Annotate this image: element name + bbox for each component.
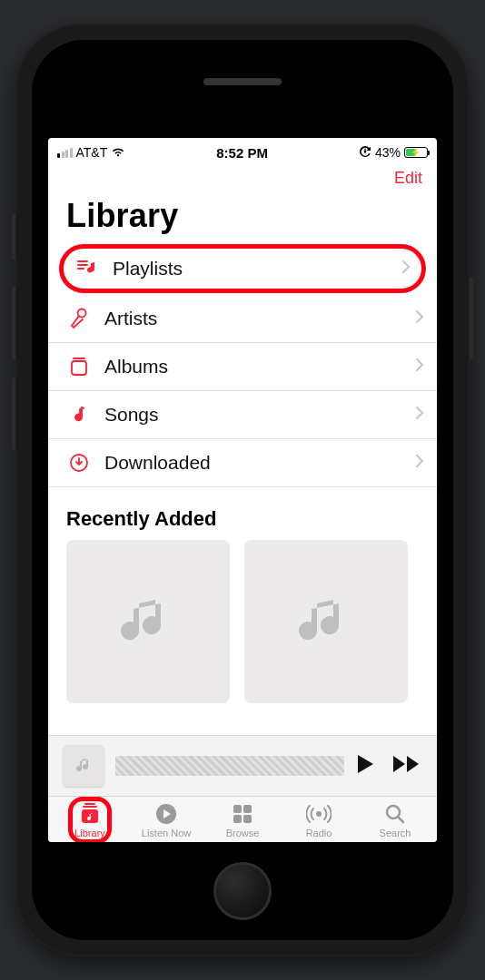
svg-rect-0 <box>364 150 366 152</box>
album-tile[interactable] <box>66 540 230 703</box>
now-playing-bar[interactable] <box>48 735 437 796</box>
music-placeholder-icon <box>290 585 362 658</box>
tab-label: Browse <box>226 828 260 838</box>
screen: AT&T 8:52 PM 43% ⚡ <box>48 138 437 842</box>
tab-library[interactable]: Library <box>52 802 128 838</box>
download-icon <box>66 452 92 474</box>
radio-icon <box>306 802 332 826</box>
row-downloaded[interactable]: Downloaded <box>48 439 437 487</box>
play-circle-icon <box>154 802 178 826</box>
tab-label: Library <box>74 828 105 838</box>
orientation-lock-icon <box>359 145 371 161</box>
tab-label: Search <box>380 828 411 838</box>
battery-pct: 43% <box>375 145 401 160</box>
tab-listen-now[interactable]: Listen Now <box>128 802 204 838</box>
playlist-icon <box>74 259 100 279</box>
svg-point-10 <box>316 811 322 817</box>
now-playing-title-redacted <box>115 756 344 776</box>
chevron-right-icon <box>415 406 424 424</box>
svg-rect-9 <box>243 815 252 823</box>
carrier-label: AT&T <box>76 145 108 160</box>
svg-rect-6 <box>233 805 242 813</box>
page-title: Library <box>48 188 437 242</box>
chevron-right-icon <box>415 358 424 376</box>
row-label: Downloaded <box>104 452 415 474</box>
row-label: Songs <box>104 404 415 426</box>
signal-icon <box>57 148 73 158</box>
note-icon <box>66 404 92 426</box>
tab-label: Listen Now <box>142 828 191 838</box>
status-bar: AT&T 8:52 PM 43% ⚡ <box>48 138 437 162</box>
row-label: Playlists <box>113 258 401 279</box>
now-playing-artwork <box>63 745 104 787</box>
edit-button[interactable]: Edit <box>394 169 422 188</box>
row-label: Albums <box>104 356 415 377</box>
library-list: Playlists Artists <box>48 242 437 487</box>
phone-frame: AT&T 8:52 PM 43% ⚡ <box>15 24 470 956</box>
home-button[interactable] <box>213 862 272 920</box>
svg-rect-2 <box>72 361 86 375</box>
grid-icon <box>232 802 253 826</box>
row-songs[interactable]: Songs <box>48 391 437 439</box>
mic-icon <box>66 308 92 329</box>
library-icon <box>78 802 102 826</box>
music-placeholder-icon <box>74 756 94 776</box>
row-label: Artists <box>104 308 415 329</box>
wifi-icon <box>111 147 125 158</box>
phone-top-bezel <box>32 40 453 138</box>
music-placeholder-icon <box>112 585 184 658</box>
clock: 8:52 PM <box>216 145 268 161</box>
chevron-right-icon <box>415 454 424 472</box>
row-artists[interactable]: Artists <box>48 295 437 343</box>
search-icon <box>384 802 406 826</box>
play-button[interactable] <box>355 753 375 779</box>
battery-icon: ⚡ <box>404 147 428 158</box>
recently-added-heading: Recently Added <box>48 487 437 540</box>
album-tile[interactable] <box>244 540 408 703</box>
svg-rect-7 <box>243 805 252 813</box>
tab-label: Radio <box>306 828 332 838</box>
tab-browse[interactable]: Browse <box>204 802 281 838</box>
svg-rect-8 <box>233 815 242 823</box>
recently-added-row <box>48 540 437 703</box>
chevron-right-icon <box>401 260 411 278</box>
album-icon <box>66 356 92 377</box>
nav-header: Edit <box>48 162 437 188</box>
tab-radio[interactable]: Radio <box>281 802 357 838</box>
phone-bottom-bezel <box>32 842 453 940</box>
tab-bar: Library Listen Now Browse <box>48 796 437 842</box>
row-playlists[interactable]: Playlists <box>59 244 426 293</box>
tab-search[interactable]: Search <box>357 802 433 838</box>
fast-forward-button[interactable] <box>391 754 422 778</box>
row-albums[interactable]: Albums <box>48 343 437 391</box>
chevron-right-icon <box>415 309 424 328</box>
